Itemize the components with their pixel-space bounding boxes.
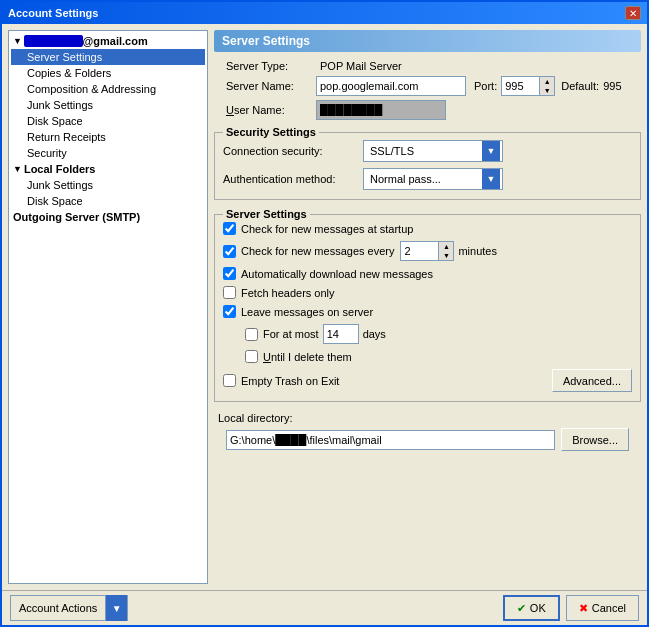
expand-arrow: ▼ bbox=[13, 36, 22, 46]
until-delete-checkbox[interactable] bbox=[245, 350, 258, 363]
until-delete-label: Until I delete them bbox=[263, 351, 352, 363]
check-every-checkbox[interactable] bbox=[223, 245, 236, 258]
sidebar-label-junk-settings-top: Junk Settings bbox=[27, 99, 93, 111]
empty-trash-checkbox[interactable] bbox=[223, 374, 236, 387]
main-content: ▼ mmmmmm@gmail.com Server Settings Copie… bbox=[2, 24, 647, 590]
account-actions-label: Account Actions bbox=[11, 602, 105, 614]
close-button[interactable]: ✕ bbox=[625, 6, 641, 20]
redacted-email: mmmmmm bbox=[24, 35, 83, 47]
sidebar-item-copies-folders[interactable]: Copies & Folders bbox=[11, 65, 205, 81]
local-dir-section: Local directory: Browse... bbox=[214, 412, 641, 455]
ok-label: OK bbox=[530, 602, 546, 614]
leave-messages-checkbox[interactable] bbox=[223, 305, 236, 318]
check-startup-row: Check for new messages at startup bbox=[223, 219, 632, 238]
fetch-headers-checkbox[interactable] bbox=[223, 286, 236, 299]
sidebar-item-junk-settings-top[interactable]: Junk Settings bbox=[11, 97, 205, 113]
sidebar-item-security[interactable]: Security bbox=[11, 145, 205, 161]
for-at-most-unit: days bbox=[363, 328, 386, 340]
user-name-row: User Name: bbox=[226, 98, 637, 122]
fetch-headers-row: Fetch headers only bbox=[223, 283, 632, 302]
auto-download-checkbox[interactable] bbox=[223, 267, 236, 280]
port-up-btn[interactable]: ▲ bbox=[540, 77, 554, 86]
sidebar-item-junk-settings-local[interactable]: Junk Settings bbox=[11, 177, 205, 193]
bottom-right-buttons: ✔ OK ✖ Cancel bbox=[503, 595, 639, 621]
advanced-button[interactable]: Advanced... bbox=[552, 369, 632, 392]
sidebar-label-disk-space-local: Disk Space bbox=[27, 195, 83, 207]
check-every-label: Check for new messages every bbox=[241, 245, 394, 257]
check-every-up-btn[interactable]: ▲ bbox=[439, 242, 453, 251]
connection-security-value: SSL/TLS bbox=[366, 145, 482, 157]
server-name-label: Server Name: bbox=[226, 80, 316, 92]
sidebar-label-junk-settings-local: Junk Settings bbox=[27, 179, 93, 191]
right-panel: Server Settings Server Type: POP Mail Se… bbox=[214, 30, 641, 584]
check-startup-checkbox[interactable] bbox=[223, 222, 236, 235]
sidebar-item-local-folders[interactable]: ▼ Local Folders bbox=[11, 161, 205, 177]
port-down-btn[interactable]: ▼ bbox=[540, 86, 554, 95]
connection-security-row: Connection security: SSL/TLS ▼ bbox=[223, 137, 632, 165]
server-name-row: Server Name: Port: ▲ ▼ Default: 995 bbox=[226, 74, 637, 98]
check-every-down-btn[interactable]: ▼ bbox=[439, 251, 453, 260]
empty-trash-checkbox-row: Empty Trash on Exit bbox=[223, 374, 339, 387]
check-every-input[interactable] bbox=[400, 241, 438, 261]
sidebar-label-security: Security bbox=[27, 147, 67, 159]
sidebar-item-return-receipts[interactable]: Return Receipts bbox=[11, 129, 205, 145]
check-every-unit: minutes bbox=[458, 245, 497, 257]
ok-button[interactable]: ✔ OK bbox=[503, 595, 560, 621]
auto-download-label: Automatically download new messages bbox=[241, 268, 433, 280]
default-label: Default: bbox=[561, 80, 599, 92]
server-settings2-title: Server Settings bbox=[223, 208, 310, 220]
title-bar: Account Settings ✕ bbox=[2, 2, 647, 24]
auto-download-row: Automatically download new messages bbox=[223, 264, 632, 283]
leave-messages-row: Leave messages on server bbox=[223, 302, 632, 321]
connection-security-arrow[interactable]: ▼ bbox=[482, 141, 500, 161]
sidebar-item-disk-space-top[interactable]: Disk Space bbox=[11, 113, 205, 129]
check-startup-label: Check for new messages at startup bbox=[241, 223, 413, 235]
local-dir-row: Browse... bbox=[226, 428, 629, 451]
sidebar-label-disk-space-top: Disk Space bbox=[27, 115, 83, 127]
sidebar-label-outgoing-smtp: Outgoing Server (SMTP) bbox=[13, 211, 140, 223]
sidebar-label-return-receipts: Return Receipts bbox=[27, 131, 106, 143]
browse-button[interactable]: Browse... bbox=[561, 428, 629, 451]
local-dir-label: Local directory: bbox=[218, 412, 637, 424]
sidebar-item-composition-addressing[interactable]: Composition & Addressing bbox=[11, 81, 205, 97]
for-at-most-input[interactable] bbox=[323, 324, 359, 344]
sidebar-item-outgoing-smtp[interactable]: Outgoing Server (SMTP) bbox=[11, 209, 205, 225]
empty-trash-row: Empty Trash on Exit Advanced... bbox=[223, 366, 632, 395]
sidebar-label-server-settings: Server Settings bbox=[27, 51, 102, 63]
for-at-most-checkbox[interactable] bbox=[245, 328, 258, 341]
security-settings-group: Security Settings Connection security: S… bbox=[214, 132, 641, 200]
user-name-input[interactable] bbox=[316, 100, 446, 120]
ok-icon: ✔ bbox=[517, 602, 526, 615]
cancel-icon: ✖ bbox=[579, 602, 588, 615]
sidebar-label-local-folders: Local Folders bbox=[24, 163, 96, 175]
fetch-headers-label: Fetch headers only bbox=[241, 287, 335, 299]
sidebar-item-account-root[interactable]: ▼ mmmmmm@gmail.com bbox=[11, 33, 205, 49]
port-input[interactable] bbox=[501, 76, 539, 96]
for-at-most-label: For at most bbox=[263, 328, 319, 340]
connection-security-dropdown[interactable]: SSL/TLS ▼ bbox=[363, 140, 503, 162]
auth-method-dropdown[interactable]: Normal pass... ▼ bbox=[363, 168, 503, 190]
leave-messages-label: Leave messages on server bbox=[241, 306, 373, 318]
server-type-row: Server Type: POP Mail Server bbox=[226, 58, 637, 74]
server-name-input[interactable] bbox=[316, 76, 466, 96]
auth-method-row: Authentication method: Normal pass... ▼ bbox=[223, 165, 632, 193]
cancel-label: Cancel bbox=[592, 602, 626, 614]
for-at-most-row: For at most days bbox=[245, 321, 632, 347]
check-every-spinner[interactable]: ▲ ▼ bbox=[438, 241, 454, 261]
sidebar-item-server-settings[interactable]: Server Settings bbox=[11, 49, 205, 65]
bottom-bar: Account Actions ▼ ✔ OK ✖ Cancel bbox=[2, 590, 647, 625]
until-delete-row: Until I delete them bbox=[245, 347, 632, 366]
security-settings-title: Security Settings bbox=[223, 126, 319, 138]
auth-method-arrow[interactable]: ▼ bbox=[482, 169, 500, 189]
server-info-section: Server Type: POP Mail Server Server Name… bbox=[214, 58, 641, 122]
port-spinner[interactable]: ▲ ▼ bbox=[539, 76, 555, 96]
account-settings-window: Account Settings ✕ ▼ mmmmmm@gmail.com Se… bbox=[0, 0, 649, 627]
account-actions-button[interactable]: Account Actions ▼ bbox=[10, 595, 128, 621]
server-type-label: Server Type: bbox=[226, 60, 316, 72]
cancel-button[interactable]: ✖ Cancel bbox=[566, 595, 639, 621]
auth-method-value: Normal pass... bbox=[366, 173, 482, 185]
account-actions-dropdown-arrow[interactable]: ▼ bbox=[105, 595, 127, 621]
local-dir-input[interactable] bbox=[226, 430, 555, 450]
sidebar-label-copies-folders: Copies & Folders bbox=[27, 67, 111, 79]
sidebar-item-disk-space-local[interactable]: Disk Space bbox=[11, 193, 205, 209]
